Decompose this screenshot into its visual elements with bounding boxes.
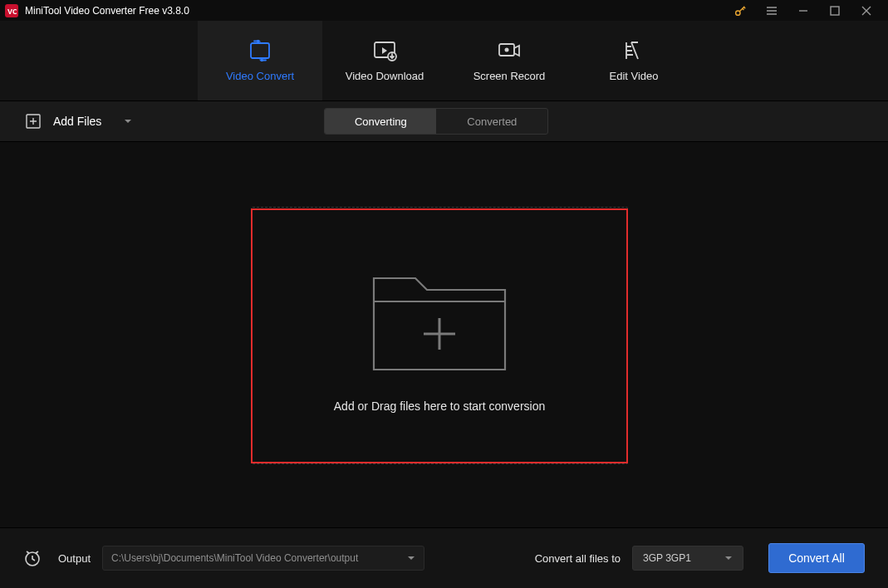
tab-edit-video[interactable]: Edit Video	[572, 21, 696, 100]
close-button[interactable]	[860, 4, 873, 17]
svg-point-1	[736, 11, 740, 15]
app-logo: VC	[5, 4, 18, 17]
chevron-down-icon	[407, 554, 415, 562]
tab-label: Video Convert	[226, 70, 294, 82]
key-icon[interactable]	[733, 4, 747, 17]
bottombar: Output C:\Users\bj\Documents\MiniTool Vi…	[0, 527, 888, 588]
tab-video-convert[interactable]: Video Convert	[198, 21, 322, 100]
format-select[interactable]: 3GP 3GP1	[632, 546, 743, 571]
convert-all-button[interactable]: Convert All	[768, 543, 865, 573]
tab-label: Video Download	[346, 70, 424, 82]
seg-converted[interactable]: Converted	[436, 109, 547, 134]
tab-screen-record[interactable]: Screen Record	[447, 21, 572, 100]
seg-converting[interactable]: Converting	[325, 109, 436, 134]
svg-text:VC: VC	[7, 7, 17, 16]
tab-video-download[interactable]: Video Download	[322, 21, 447, 100]
toolbar: Add Files Converting Converted	[0, 100, 888, 142]
chevron-down-icon	[724, 554, 733, 562]
main-tabs: Video Convert Video Download Screen Reco…	[0, 21, 888, 100]
record-icon	[497, 40, 522, 61]
drop-text: Add or Drag files here to start conversi…	[334, 399, 545, 413]
tab-label: Screen Record	[473, 70, 546, 82]
stage: Add or Drag files here to start conversi…	[0, 142, 888, 527]
app-title: MiniTool Video Converter Free v3.8.0	[25, 5, 189, 17]
titlebar: VC MiniTool Video Converter Free v3.8.0	[0, 0, 888, 21]
add-files-button[interactable]: Add Files	[25, 113, 133, 130]
edit-icon	[621, 40, 646, 61]
convert-icon	[248, 40, 272, 61]
convert-all-label: Convert all files to	[535, 552, 621, 565]
output-label: Output	[58, 552, 91, 565]
drop-zone[interactable]: Add or Drag files here to start conversi…	[251, 208, 628, 463]
output-path-text: C:\Users\bj\Documents\MiniTool Video Con…	[111, 552, 407, 564]
download-icon	[372, 40, 397, 61]
svg-rect-2	[831, 7, 839, 15]
tab-label: Edit Video	[609, 70, 658, 82]
add-file-icon	[25, 113, 42, 130]
chevron-down-icon	[123, 116, 133, 126]
minimize-button[interactable]	[797, 4, 810, 17]
folder-plus-icon	[369, 260, 510, 376]
maximize-button[interactable]	[828, 4, 841, 17]
svg-point-7	[505, 47, 509, 51]
status-segmented: Converting Converted	[324, 108, 548, 135]
clock-icon[interactable]	[23, 549, 42, 567]
svg-rect-3	[251, 43, 269, 58]
output-path-select[interactable]: C:\Users\bj\Documents\MiniTool Video Con…	[102, 546, 424, 571]
format-selected-text: 3GP 3GP1	[643, 552, 724, 564]
menu-icon[interactable]	[765, 4, 778, 17]
add-files-label: Add Files	[53, 115, 101, 128]
